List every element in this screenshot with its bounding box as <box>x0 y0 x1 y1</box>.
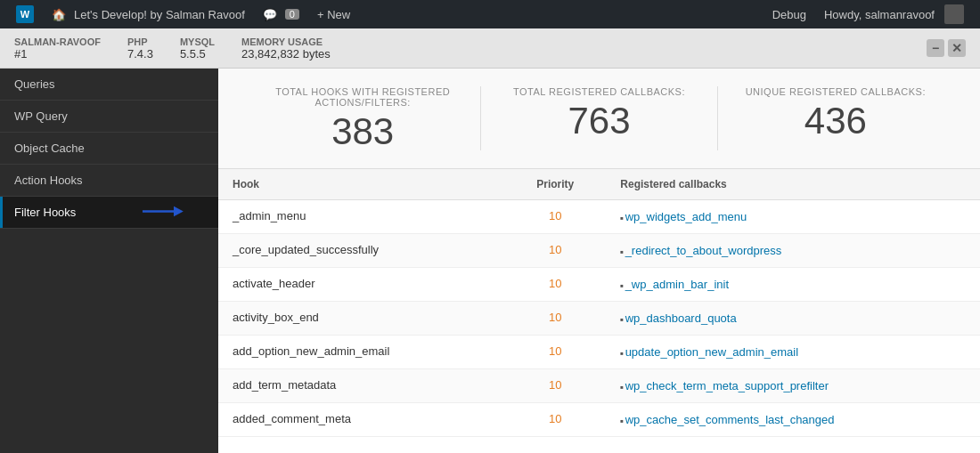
priority-cell: 10 <box>504 200 606 234</box>
table-row: added_comment_meta10wp_cache_set_comment… <box>218 403 980 437</box>
mysql-label: MySQL <box>180 36 215 47</box>
sidebar-object-cache-label: Object Cache <box>14 142 85 155</box>
site-name-label: Let's Develop! by Salman Ravoof <box>74 8 245 21</box>
debug-label: Debug <box>772 8 806 21</box>
new-item[interactable]: + New <box>308 0 359 28</box>
site-name-item[interactable]: 🏠 Let's Develop! by Salman Ravoof <box>43 0 254 28</box>
php-label: PHP <box>127 36 153 47</box>
table-row: _admin_menu10wp_widgets_add_menu <box>218 200 980 234</box>
hook-cell: activity_box_end <box>218 302 504 336</box>
sysbar-controls: − ✕ <box>927 39 966 57</box>
list-item: _redirect_to_about_wordpress <box>620 243 966 258</box>
table-row: activity_box_end10wp_dashboard_quota <box>218 302 980 336</box>
hook-cell: added_comment_meta <box>218 403 504 437</box>
unique-callbacks-value: 436 <box>718 102 953 140</box>
sidebar-item-filter-hooks[interactable]: Filter Hooks <box>0 197 218 229</box>
sidebar: Queries WP Query Object Cache Action Hoo… <box>0 69 218 453</box>
sidebar-item-object-cache[interactable]: Object Cache <box>0 133 218 165</box>
table-header-row: Hook Priority Registered callbacks <box>218 169 980 200</box>
list-item: wp_widgets_add_menu <box>620 209 966 224</box>
admin-bar: W 🏠 Let's Develop! by Salman Ravoof 💬 0 … <box>0 0 980 28</box>
mysql-value: 5.5.5 <box>180 47 215 61</box>
wp-icon: W <box>16 5 34 23</box>
sidebar-queries-label: Queries <box>14 77 55 91</box>
memory-value: 23,842,832 bytes <box>241 47 331 61</box>
priority-column-header: Priority <box>504 169 606 200</box>
callbacks-cell: _wp_admin_bar_init <box>606 268 980 302</box>
priority-cell: 10 <box>504 336 606 369</box>
comments-item[interactable]: 💬 0 <box>254 0 308 28</box>
total-hooks-stat: TOTAL HOOKS WITH REGISTERED ACTIONS/FILT… <box>245 86 481 150</box>
total-hooks-value: 383 <box>245 113 480 150</box>
howdy-label: Howdy, salmanravoof <box>824 8 935 21</box>
total-callbacks-value: 763 <box>481 102 716 140</box>
hook-cell: add_term_metadata <box>218 369 504 403</box>
server-info: SALMAN-RAVOOF #1 <box>14 36 101 61</box>
list-item: _wp_admin_bar_init <box>620 277 966 292</box>
sidebar-item-action-hooks[interactable]: Action Hooks <box>0 165 218 197</box>
mysql-info: MySQL 5.5.5 <box>180 36 215 61</box>
list-item: wp_check_term_meta_support_prefilter <box>620 378 966 393</box>
avatar <box>944 4 964 24</box>
table-row: add_term_metadata10wp_check_term_meta_su… <box>218 369 980 403</box>
sidebar-filter-hooks-label: Filter Hooks <box>14 206 76 219</box>
total-callbacks-label: TOTAL REGISTERED CALLBACKS: <box>481 86 716 97</box>
howdy-item[interactable]: Howdy, salmanravoof <box>815 0 973 28</box>
priority-cell: 10 <box>504 302 606 336</box>
table-body: _admin_menu10wp_widgets_add_menu_core_up… <box>218 200 980 437</box>
hook-cell: _core_updated_successfully <box>218 234 504 268</box>
list-item: wp_cache_set_comments_last_changed <box>620 412 966 427</box>
list-item: wp_dashboard_quota <box>620 311 966 326</box>
home-icon: 🏠 <box>52 8 66 21</box>
server-label: SALMAN-RAVOOF <box>14 36 101 47</box>
unique-callbacks-label: UNIQUE REGISTERED CALLBACKS: <box>718 86 953 97</box>
callbacks-cell: wp_dashboard_quota <box>606 302 980 336</box>
hook-cell: activate_header <box>218 268 504 302</box>
php-info: PHP 7.4.3 <box>127 36 153 61</box>
priority-cell: 10 <box>504 369 606 403</box>
wp-logo-item[interactable]: W <box>7 0 43 28</box>
table-row: _core_updated_successfully10_redirect_to… <box>218 234 980 268</box>
memory-label: Memory Usage <box>241 36 331 47</box>
php-value: 7.4.3 <box>127 47 153 61</box>
system-info-bar: SALMAN-RAVOOF #1 PHP 7.4.3 MySQL 5.5.5 M… <box>0 28 980 69</box>
server-value: #1 <box>14 47 101 61</box>
callbacks-cell: _redirect_to_about_wordpress <box>606 234 980 268</box>
priority-cell: 10 <box>504 268 606 302</box>
comments-badge: 0 <box>285 9 299 20</box>
total-hooks-label: TOTAL HOOKS WITH REGISTERED ACTIONS/FILT… <box>245 86 480 108</box>
minimize-button[interactable]: − <box>927 39 944 57</box>
main-layout: Queries WP Query Object Cache Action Hoo… <box>0 69 980 453</box>
hooks-table: Hook Priority Registered callbacks _admi… <box>218 169 980 437</box>
hook-cell: _admin_menu <box>218 200 504 234</box>
stats-row: TOTAL HOOKS WITH REGISTERED ACTIONS/FILT… <box>218 69 980 169</box>
sidebar-wp-query-label: WP Query <box>14 109 68 123</box>
new-label: + New <box>317 8 350 21</box>
svg-marker-1 <box>174 206 184 216</box>
arrow-indicator <box>143 200 187 224</box>
memory-info: Memory Usage 23,842,832 bytes <box>241 36 331 61</box>
content-area: TOTAL HOOKS WITH REGISTERED ACTIONS/FILT… <box>218 69 980 453</box>
sidebar-action-hooks-label: Action Hooks <box>14 174 83 187</box>
hook-cell: add_option_new_admin_email <box>218 336 504 369</box>
close-button[interactable]: ✕ <box>948 39 966 57</box>
callbacks-cell: update_option_new_admin_email <box>606 336 980 369</box>
priority-cell: 10 <box>504 234 606 268</box>
debug-item[interactable]: Debug <box>764 0 815 28</box>
list-item: update_option_new_admin_email <box>620 344 966 360</box>
callbacks-cell: wp_cache_set_comments_last_changed <box>606 403 980 437</box>
unique-callbacks-stat: UNIQUE REGISTERED CALLBACKS: 436 <box>718 86 953 150</box>
table-row: activate_header10_wp_admin_bar_init <box>218 268 980 302</box>
callbacks-column-header: Registered callbacks <box>606 169 980 200</box>
sidebar-item-wp-query[interactable]: WP Query <box>0 101 218 133</box>
total-callbacks-stat: TOTAL REGISTERED CALLBACKS: 763 <box>481 86 717 150</box>
callbacks-cell: wp_widgets_add_menu <box>606 200 980 234</box>
hook-column-header: Hook <box>218 169 504 200</box>
table-row: add_option_new_admin_email10update_optio… <box>218 336 980 369</box>
callbacks-cell: wp_check_term_meta_support_prefilter <box>606 369 980 403</box>
comment-icon: 💬 <box>263 8 277 21</box>
priority-cell: 10 <box>504 403 606 437</box>
sidebar-item-queries[interactable]: Queries <box>0 69 218 101</box>
